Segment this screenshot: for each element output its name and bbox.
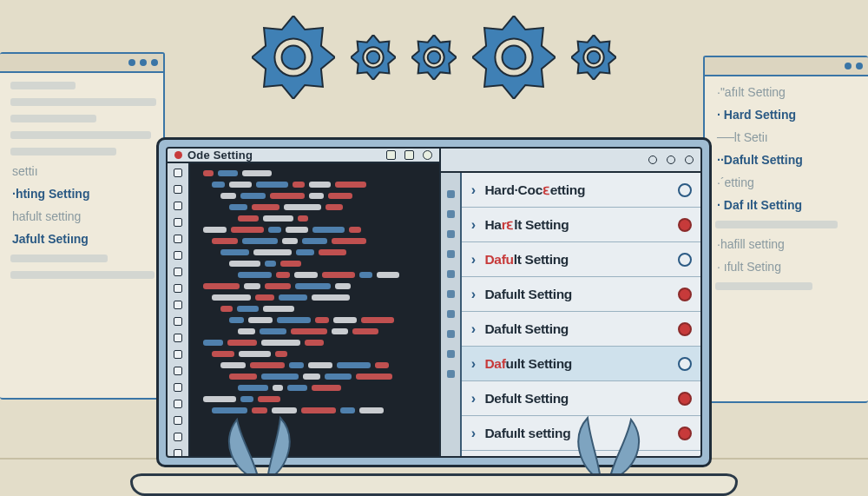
bg-label: ·´etting [717, 175, 861, 189]
gutter-marker-icon [174, 251, 182, 260]
traffic-light-icon [174, 151, 182, 159]
code-line [199, 215, 431, 222]
laptop-tray [130, 473, 738, 496]
setting-row[interactable]: ›Harɛlt Setting [462, 208, 700, 242]
window-control-icon[interactable] [685, 155, 694, 164]
bg-label: ──lt Setiı [717, 130, 861, 144]
code-line [199, 261, 431, 267]
gutter-marker-icon [447, 210, 455, 218]
setting-row[interactable]: ›Dafuılt Setting [462, 277, 700, 312]
chevron-right-icon: › [467, 426, 479, 441]
code-line [199, 193, 431, 199]
svg-point-2 [282, 46, 306, 69]
code-line [199, 385, 431, 391]
code-line [199, 374, 431, 380]
window-max-icon[interactable] [404, 150, 414, 160]
gear-icon [472, 16, 556, 99]
code-line [199, 283, 431, 289]
code-line [199, 317, 431, 323]
chevron-right-icon: › [467, 356, 479, 372]
gutter-marker-icon [174, 301, 182, 309]
setting-row[interactable]: ›Hard·Cocɛetting [462, 173, 700, 208]
status-radio[interactable] [678, 183, 692, 197]
code-line [199, 249, 431, 255]
code-line [199, 238, 431, 244]
laptop-base [104, 461, 764, 496]
setting-row[interactable]: ›Dafult Setting [462, 242, 700, 277]
status-radio[interactable] [678, 218, 692, 232]
chevron-right-icon: › [467, 217, 479, 233]
setting-label: Dafult Setting [484, 252, 673, 268]
bg-label: ··Dafult Setting [717, 153, 861, 167]
gutter-marker-icon [174, 268, 182, 276]
window-dot-icon [128, 59, 135, 66]
gear-icon [411, 35, 457, 80]
code-line [199, 227, 431, 233]
bg-panel-left-header [0, 54, 163, 73]
gutter-marker-icon [174, 433, 182, 441]
window-dot-icon [856, 63, 863, 69]
window-control-icon[interactable] [648, 155, 657, 164]
chevron-right-icon: › [467, 287, 479, 302]
bg-label: hafult setting [12, 209, 156, 223]
scribble-line [715, 221, 838, 228]
gutter-marker-icon [174, 317, 182, 326]
scribble-line [10, 82, 76, 89]
scribble-line [10, 255, 108, 262]
gutter-marker-icon [174, 350, 182, 359]
status-radio[interactable] [678, 253, 692, 267]
gutter-marker-icon [174, 400, 182, 408]
gutter-marker-icon [174, 218, 182, 227]
window-close-icon[interactable] [423, 150, 432, 160]
code-line [199, 204, 431, 210]
bg-panel-right-header [705, 57, 868, 76]
gutter-marker-icon [447, 330, 455, 338]
window-min-icon[interactable] [386, 150, 396, 160]
status-radio[interactable] [678, 427, 692, 440]
gutter-marker-icon [447, 270, 455, 278]
status-radio[interactable] [678, 392, 692, 406]
code-gutter [168, 163, 190, 458]
window-control-icon[interactable] [667, 155, 675, 164]
settings-gutter [441, 173, 462, 456]
code-line [199, 351, 431, 357]
gutter-marker-icon [447, 190, 455, 198]
scribble-line [10, 271, 155, 279]
scribble-line [715, 282, 812, 290]
scribble-line [10, 148, 116, 155]
gutter-marker-icon [174, 202, 182, 210]
bg-panel-left-body: settiı·hting Settinghafult settingJafult… [0, 82, 163, 279]
window-dot-icon [151, 59, 158, 66]
bg-label: Jafult Setiıng [12, 232, 156, 246]
chevron-right-icon: › [467, 391, 479, 407]
setting-label: Dafult Setting [484, 321, 673, 337]
gutter-marker-icon [447, 250, 455, 258]
chevron-right-icon: › [467, 321, 479, 337]
gear-icon [571, 35, 616, 80]
gutter-marker-icon [447, 230, 455, 238]
status-radio[interactable] [678, 322, 692, 336]
gutter-marker-icon [174, 185, 182, 194]
gutter-marker-icon [447, 370, 455, 378]
svg-point-14 [588, 51, 601, 64]
gutter-marker-icon [447, 290, 455, 298]
gutter-marker-icon [174, 284, 182, 293]
chevron-right-icon: › [467, 182, 479, 198]
setting-label: Hard·Cocɛetting [484, 182, 673, 198]
svg-point-11 [503, 46, 526, 69]
gutter-marker-icon [174, 449, 182, 458]
setting-row[interactable]: ›Dafult Setting [462, 312, 700, 347]
gear-icon [252, 16, 335, 99]
settings-pane-titlebar [441, 149, 700, 173]
bg-label: settiı [12, 164, 156, 178]
code-pane-title: Ode Setting [187, 149, 378, 162]
code-line [199, 362, 431, 368]
status-radio[interactable] [678, 357, 692, 371]
gutter-marker-icon [174, 416, 182, 425]
chevron-right-icon: › [467, 252, 479, 268]
gutter-marker-icon [447, 310, 455, 318]
setting-label: Dafuılt Setting [484, 356, 673, 372]
setting-row[interactable]: ›Dafuılt Setting [462, 347, 700, 381]
status-radio[interactable] [678, 288, 692, 301]
bg-label: ·hafill setting [717, 237, 861, 251]
